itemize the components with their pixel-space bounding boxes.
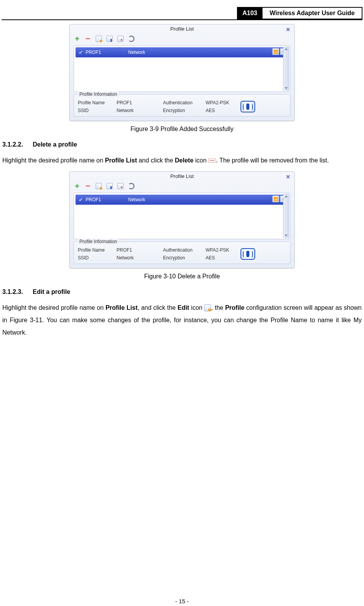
info-legend: Profile Information — [78, 239, 118, 244]
profile-row[interactable]: ✔ PROF1 Network 📶 ✦ — [76, 195, 288, 205]
value-auth: WPA2-PSK — [206, 247, 240, 253]
doc-code: A103 — [237, 7, 263, 19]
refresh-icon[interactable] — [128, 35, 135, 42]
import-icon[interactable] — [106, 35, 113, 42]
row-ssid: Network — [128, 197, 285, 202]
profile-list-window: Profile List ✕ + − ✔ PROF1 Network 📶 — [69, 24, 295, 121]
doc-title: Wireless Adapter User Guide — [263, 7, 362, 19]
label-profile-name: Profile Name — [78, 100, 117, 105]
wifi-icon — [240, 248, 255, 260]
value-profile-name: PROF1 — [117, 247, 163, 253]
edit-icon[interactable] — [95, 183, 102, 190]
add-icon[interactable]: + — [74, 183, 81, 190]
close-icon[interactable]: ✕ — [286, 26, 290, 33]
paragraph-delete: Highlight the desired profile name on Pr… — [2, 154, 362, 167]
value-enc: AES — [206, 108, 240, 113]
export-icon[interactable] — [117, 35, 124, 42]
profile-list: ✔ PROF1 Network 📶 ✦ — [74, 45, 290, 92]
section-heading-edit: 3.1.2.3. Edit a profile — [2, 288, 362, 295]
figure-caption: Figure 3-9 Profile Added Successfully — [2, 126, 362, 133]
edit-inline-icon — [204, 304, 211, 311]
import-icon[interactable] — [106, 183, 113, 190]
label-auth: Authentication — [163, 100, 206, 105]
window-title: Profile List — [170, 173, 194, 179]
paragraph-edit: Highlight the desired profile name on Pr… — [2, 302, 362, 339]
profile-info: Profile Information Profile Name PROF1 A… — [74, 242, 290, 264]
label-enc: Encryption — [163, 255, 206, 261]
add-icon[interactable]: + — [74, 35, 81, 42]
page-number: - 15 - — [0, 598, 364, 604]
label-enc: Encryption — [163, 108, 206, 113]
section-number: 3.1.2.3. — [2, 288, 31, 295]
row-profile-name: PROF1 — [86, 197, 128, 202]
section-number: 3.1.2.2. — [2, 141, 31, 148]
value-profile-name: PROF1 — [117, 100, 163, 105]
section-heading-delete: 3.1.2.2. Delete a profile — [2, 141, 362, 148]
refresh-icon[interactable] — [128, 183, 135, 190]
signal-icon: 📶 — [272, 48, 279, 55]
figure-3-9: Profile List ✕ + − ✔ PROF1 Network 📶 — [2, 24, 362, 133]
value-ssid: Network — [117, 255, 163, 261]
window-title: Profile List — [170, 26, 194, 32]
active-check-icon: ✔ — [79, 49, 86, 55]
section-title: Delete a profile — [33, 141, 77, 148]
export-icon[interactable] — [117, 183, 124, 190]
close-icon[interactable]: ✕ — [286, 174, 290, 180]
profile-list-window: Profile List ✕ + − ✔ PROF1 Network 📶 — [69, 171, 295, 268]
profile-row[interactable]: ✔ PROF1 Network 📶 ✦ — [76, 47, 288, 57]
row-ssid: Network — [128, 50, 285, 55]
profile-list: ✔ PROF1 Network 📶 ✦ — [74, 193, 290, 239]
wifi-icon — [240, 101, 255, 112]
label-ssid: SSID — [78, 255, 117, 261]
value-ssid: Network — [117, 108, 163, 113]
edit-icon[interactable] — [95, 35, 102, 42]
signal-icon: 📶 — [272, 195, 279, 202]
label-ssid: SSID — [78, 108, 117, 113]
page-header: A103 Wireless Adapter User Guide — [2, 7, 362, 20]
value-auth: WPA2-PSK — [206, 100, 240, 105]
delete-inline-icon — [208, 159, 216, 162]
label-profile-name: Profile Name — [78, 247, 117, 253]
scrollbar[interactable] — [283, 194, 289, 238]
delete-icon[interactable]: − — [84, 183, 91, 190]
value-enc: AES — [206, 255, 240, 261]
delete-icon[interactable]: − — [84, 35, 91, 42]
scrollbar[interactable] — [283, 47, 289, 91]
active-check-icon: ✔ — [79, 197, 86, 203]
figure-3-10: Profile List ✕ + − ✔ PROF1 Network 📶 — [2, 171, 362, 280]
toolbar: + − — [70, 35, 294, 45]
info-legend: Profile Information — [78, 92, 118, 97]
profile-info: Profile Information Profile Name PROF1 A… — [74, 94, 290, 117]
figure-caption: Figure 3-10 Delete a Profile — [2, 273, 362, 280]
row-profile-name: PROF1 — [86, 50, 128, 55]
section-title: Edit a profile — [33, 288, 70, 295]
toolbar: + − — [70, 182, 294, 192]
label-auth: Authentication — [163, 247, 206, 253]
